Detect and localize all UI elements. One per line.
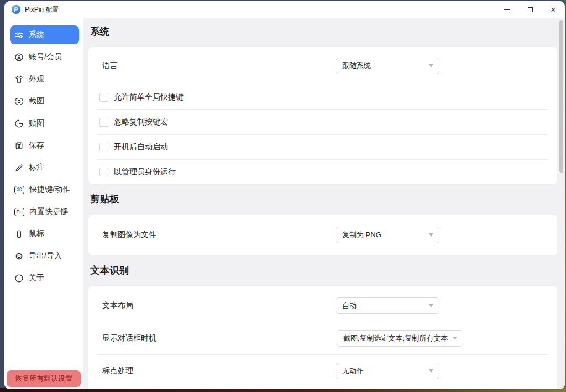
gear-icon (14, 252, 24, 261)
chevron-down-icon (429, 64, 433, 67)
setting-label: 以管理员身份运行 (114, 167, 176, 177)
command-icon: ⌘ (14, 186, 24, 194)
sidebar: 系统 账号/会员 外观 截图 (4, 18, 83, 389)
setting-label: 语言 (102, 61, 118, 71)
chevron-down-icon (453, 337, 457, 340)
setting-label: 忽略复制按键宏 (114, 117, 168, 127)
section-title-ocr: 文本识别 (90, 264, 557, 277)
sidebar-item-label: 标注 (29, 163, 44, 173)
sidebar-item-about[interactable]: 关于 (10, 269, 79, 288)
setting-row-simple-global-hotkeys: 允许简单全局快捷键 (97, 85, 548, 109)
maximize-button[interactable] (518, 1, 542, 18)
text-layout-select[interactable]: 自动 (336, 297, 439, 314)
sidebar-item-export-import[interactable]: 导出/导入 (10, 247, 79, 265)
setting-row-language: 语言 跟随系统 (97, 47, 548, 85)
setting-row-copy-image-as-file: 复制图像为文件 复制为 PNG (97, 215, 548, 255)
sidebar-item-hotkeys[interactable]: ⌘ 快捷键/动作 (10, 180, 79, 199)
setting-label: 显示对话框时机 (102, 333, 156, 343)
setting-label: 开机后自动启动 (114, 142, 168, 152)
close-button[interactable]: ✕ (542, 1, 565, 18)
clipboard-card: 复制图像为文件 复制为 PNG (88, 215, 557, 255)
language-select[interactable]: 跟随系统 (336, 58, 439, 74)
setting-row-run-as-admin: 以管理员身份运行 (97, 159, 548, 184)
sticker-icon (14, 119, 24, 128)
chevron-down-icon (429, 369, 433, 373)
checkbox-unchecked[interactable] (99, 143, 108, 151)
setting-row-ignore-copy-macro: 忽略复制按键宏 (97, 109, 548, 134)
sliders-icon (14, 30, 24, 40)
punctuation-select[interactable]: 无动作 (336, 363, 439, 379)
maximize-icon (528, 7, 533, 12)
setting-label: 标点处理 (102, 366, 133, 376)
sidebar-item-label: 系统 (29, 30, 44, 40)
title-bar: P PixPin 配置 ✕ (4, 1, 565, 18)
sidebar-item-label: 外观 (29, 74, 44, 84)
setting-row-punctuation: 标点处理 无动作 (97, 354, 548, 387)
sidebar-item-pin[interactable]: 贴图 (10, 114, 79, 133)
sidebar-item-system[interactable]: 系统 (10, 25, 79, 44)
sidebar-item-annotate[interactable]: 标注 (10, 158, 79, 177)
section-title-clipboard: 剪贴板 (90, 192, 557, 206)
fn-key-icon: Fn (14, 208, 24, 216)
sidebar-item-label: 快捷键/动作 (29, 185, 70, 195)
minimize-button[interactable] (495, 1, 518, 18)
sidebar-item-save[interactable]: 保存 (10, 136, 79, 155)
dialog-timing-select[interactable]: 截图;复制选定文本;复制所有文本 (337, 330, 463, 347)
setting-label: 文本布局 (102, 301, 133, 311)
window-title: PixPin 配置 (25, 5, 59, 14)
pixpin-settings-window: P PixPin 配置 ✕ 系统 账号/会员 (4, 1, 565, 389)
user-icon (14, 53, 24, 62)
sidebar-item-screenshot[interactable]: 截图 (10, 92, 79, 111)
setting-label: 复制图像为文件 (102, 230, 156, 240)
settings-content: 系统 语言 跟随系统 允许简单全局快捷键 忽略复制按键宏 (83, 18, 565, 389)
screenshot-icon (14, 97, 24, 106)
sidebar-item-label: 保存 (29, 140, 44, 150)
pencil-icon (14, 163, 24, 173)
sidebar-item-label: 账号/会员 (29, 52, 62, 62)
setting-row-autostart: 开机后自动启动 (97, 134, 548, 159)
sidebar-item-appearance[interactable]: 外观 (10, 70, 79, 88)
sidebar-item-label: 关于 (29, 273, 44, 283)
checkbox-unchecked[interactable] (99, 118, 108, 127)
save-icon (14, 141, 24, 150)
vertical-scrollbar[interactable] (559, 18, 563, 389)
chevron-down-icon (429, 304, 433, 307)
minimize-icon (504, 9, 510, 10)
chevron-down-icon (429, 233, 433, 237)
tshirt-icon (14, 75, 24, 84)
sidebar-item-label: 截图 (29, 96, 44, 106)
section-title-system: 系统 (90, 25, 557, 38)
sidebar-item-account[interactable]: 账号/会员 (10, 48, 79, 66)
sidebar-item-label: 鼠标 (29, 229, 44, 239)
checkbox-unchecked[interactable] (99, 93, 108, 102)
setting-row-dialog-timing: 显示对话框时机 截图;复制选定文本;复制所有文本 (97, 322, 548, 354)
sidebar-item-label: 贴图 (29, 118, 44, 128)
setting-row-text-layout: 文本布局 自动 (97, 289, 548, 322)
copy-image-format-select[interactable]: 复制为 PNG (336, 227, 439, 243)
scrollbar-thumb[interactable] (559, 20, 563, 173)
setting-label: 允许简单全局快捷键 (114, 92, 184, 102)
sidebar-item-builtin-hotkeys[interactable]: Fn 内置快捷键 (10, 202, 79, 221)
info-icon (14, 274, 24, 283)
sidebar-item-label: 内置快捷键 (29, 207, 68, 217)
system-card: 语言 跟随系统 允许简单全局快捷键 忽略复制按键宏 开机后自动启动 (88, 47, 557, 184)
sidebar-item-mouse[interactable]: 鼠标 (10, 224, 79, 243)
sidebar-item-label: 导出/导入 (29, 251, 62, 261)
restore-defaults-button[interactable]: 恢复所有默认设置 (7, 370, 81, 387)
ocr-card: 文本布局 自动 显示对话框时机 截图;复制选定文本;复制所有文本 标点处理 (88, 286, 557, 389)
checkbox-unchecked[interactable] (99, 168, 108, 176)
mouse-icon (14, 229, 24, 239)
pixpin-logo-icon: P (12, 5, 20, 14)
